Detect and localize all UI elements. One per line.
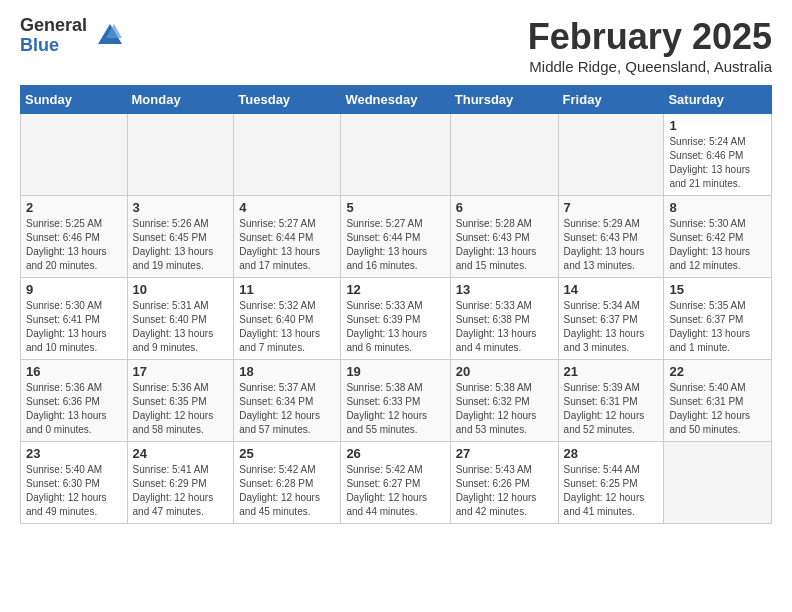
day-info: Sunrise: 5:40 AM Sunset: 6:31 PM Dayligh… (669, 381, 766, 437)
calendar-week-0: 1Sunrise: 5:24 AM Sunset: 6:46 PM Daylig… (21, 114, 772, 196)
calendar-cell: 6Sunrise: 5:28 AM Sunset: 6:43 PM Daylig… (450, 196, 558, 278)
calendar-cell: 27Sunrise: 5:43 AM Sunset: 6:26 PM Dayli… (450, 442, 558, 524)
calendar-cell: 14Sunrise: 5:34 AM Sunset: 6:37 PM Dayli… (558, 278, 664, 360)
calendar-cell: 16Sunrise: 5:36 AM Sunset: 6:36 PM Dayli… (21, 360, 128, 442)
logo-icon (90, 16, 122, 48)
day-number: 24 (133, 446, 229, 461)
calendar-cell: 15Sunrise: 5:35 AM Sunset: 6:37 PM Dayli… (664, 278, 772, 360)
calendar-cell: 7Sunrise: 5:29 AM Sunset: 6:43 PM Daylig… (558, 196, 664, 278)
calendar-cell: 28Sunrise: 5:44 AM Sunset: 6:25 PM Dayli… (558, 442, 664, 524)
logo-text-block: General Blue (20, 16, 122, 56)
calendar-week-4: 23Sunrise: 5:40 AM Sunset: 6:30 PM Dayli… (21, 442, 772, 524)
calendar-cell (341, 114, 450, 196)
calendar-week-1: 2Sunrise: 5:25 AM Sunset: 6:46 PM Daylig… (21, 196, 772, 278)
day-number: 17 (133, 364, 229, 379)
day-info: Sunrise: 5:33 AM Sunset: 6:38 PM Dayligh… (456, 299, 553, 355)
day-info: Sunrise: 5:35 AM Sunset: 6:37 PM Dayligh… (669, 299, 766, 355)
calendar-cell: 23Sunrise: 5:40 AM Sunset: 6:30 PM Dayli… (21, 442, 128, 524)
page-container: General Blue February 2025 Middle Ridge,… (0, 0, 792, 540)
day-info: Sunrise: 5:26 AM Sunset: 6:45 PM Dayligh… (133, 217, 229, 273)
col-header-wednesday: Wednesday (341, 86, 450, 114)
calendar-week-3: 16Sunrise: 5:36 AM Sunset: 6:36 PM Dayli… (21, 360, 772, 442)
day-info: Sunrise: 5:39 AM Sunset: 6:31 PM Dayligh… (564, 381, 659, 437)
day-number: 1 (669, 118, 766, 133)
day-number: 28 (564, 446, 659, 461)
day-number: 6 (456, 200, 553, 215)
day-info: Sunrise: 5:42 AM Sunset: 6:28 PM Dayligh… (239, 463, 335, 519)
calendar-cell: 25Sunrise: 5:42 AM Sunset: 6:28 PM Dayli… (234, 442, 341, 524)
day-info: Sunrise: 5:41 AM Sunset: 6:29 PM Dayligh… (133, 463, 229, 519)
title-block: February 2025 Middle Ridge, Queensland, … (528, 16, 772, 75)
day-number: 23 (26, 446, 122, 461)
logo-general: General (20, 15, 87, 35)
day-number: 16 (26, 364, 122, 379)
calendar-cell: 17Sunrise: 5:36 AM Sunset: 6:35 PM Dayli… (127, 360, 234, 442)
calendar-cell: 20Sunrise: 5:38 AM Sunset: 6:32 PM Dayli… (450, 360, 558, 442)
day-number: 2 (26, 200, 122, 215)
location: Middle Ridge, Queensland, Australia (528, 58, 772, 75)
day-info: Sunrise: 5:27 AM Sunset: 6:44 PM Dayligh… (239, 217, 335, 273)
day-info: Sunrise: 5:38 AM Sunset: 6:32 PM Dayligh… (456, 381, 553, 437)
day-info: Sunrise: 5:28 AM Sunset: 6:43 PM Dayligh… (456, 217, 553, 273)
logo: General Blue (20, 16, 122, 56)
calendar-cell: 5Sunrise: 5:27 AM Sunset: 6:44 PM Daylig… (341, 196, 450, 278)
day-number: 3 (133, 200, 229, 215)
day-number: 7 (564, 200, 659, 215)
calendar-cell: 19Sunrise: 5:38 AM Sunset: 6:33 PM Dayli… (341, 360, 450, 442)
calendar-cell: 1Sunrise: 5:24 AM Sunset: 6:46 PM Daylig… (664, 114, 772, 196)
day-info: Sunrise: 5:40 AM Sunset: 6:30 PM Dayligh… (26, 463, 122, 519)
day-info: Sunrise: 5:34 AM Sunset: 6:37 PM Dayligh… (564, 299, 659, 355)
month-title: February 2025 (528, 16, 772, 58)
calendar-cell: 3Sunrise: 5:26 AM Sunset: 6:45 PM Daylig… (127, 196, 234, 278)
calendar-cell (127, 114, 234, 196)
day-number: 21 (564, 364, 659, 379)
day-number: 5 (346, 200, 444, 215)
logo-blue: Blue (20, 35, 59, 55)
day-info: Sunrise: 5:44 AM Sunset: 6:25 PM Dayligh… (564, 463, 659, 519)
calendar-cell (21, 114, 128, 196)
calendar-cell: 26Sunrise: 5:42 AM Sunset: 6:27 PM Dayli… (341, 442, 450, 524)
calendar-cell: 24Sunrise: 5:41 AM Sunset: 6:29 PM Dayli… (127, 442, 234, 524)
day-number: 19 (346, 364, 444, 379)
calendar-week-2: 9Sunrise: 5:30 AM Sunset: 6:41 PM Daylig… (21, 278, 772, 360)
calendar-cell: 9Sunrise: 5:30 AM Sunset: 6:41 PM Daylig… (21, 278, 128, 360)
day-info: Sunrise: 5:31 AM Sunset: 6:40 PM Dayligh… (133, 299, 229, 355)
day-info: Sunrise: 5:30 AM Sunset: 6:42 PM Dayligh… (669, 217, 766, 273)
day-info: Sunrise: 5:33 AM Sunset: 6:39 PM Dayligh… (346, 299, 444, 355)
header: General Blue February 2025 Middle Ridge,… (20, 16, 772, 75)
calendar-cell: 13Sunrise: 5:33 AM Sunset: 6:38 PM Dayli… (450, 278, 558, 360)
col-header-saturday: Saturday (664, 86, 772, 114)
calendar-cell (558, 114, 664, 196)
day-info: Sunrise: 5:43 AM Sunset: 6:26 PM Dayligh… (456, 463, 553, 519)
day-info: Sunrise: 5:27 AM Sunset: 6:44 PM Dayligh… (346, 217, 444, 273)
col-header-monday: Monday (127, 86, 234, 114)
calendar-cell (664, 442, 772, 524)
day-info: Sunrise: 5:38 AM Sunset: 6:33 PM Dayligh… (346, 381, 444, 437)
day-info: Sunrise: 5:24 AM Sunset: 6:46 PM Dayligh… (669, 135, 766, 191)
day-number: 8 (669, 200, 766, 215)
col-header-thursday: Thursday (450, 86, 558, 114)
col-header-friday: Friday (558, 86, 664, 114)
day-number: 11 (239, 282, 335, 297)
col-header-tuesday: Tuesday (234, 86, 341, 114)
day-number: 22 (669, 364, 766, 379)
calendar-cell: 18Sunrise: 5:37 AM Sunset: 6:34 PM Dayli… (234, 360, 341, 442)
calendar-cell: 8Sunrise: 5:30 AM Sunset: 6:42 PM Daylig… (664, 196, 772, 278)
calendar-cell: 21Sunrise: 5:39 AM Sunset: 6:31 PM Dayli… (558, 360, 664, 442)
day-number: 10 (133, 282, 229, 297)
day-number: 27 (456, 446, 553, 461)
day-number: 26 (346, 446, 444, 461)
day-info: Sunrise: 5:30 AM Sunset: 6:41 PM Dayligh… (26, 299, 122, 355)
day-number: 12 (346, 282, 444, 297)
day-info: Sunrise: 5:36 AM Sunset: 6:35 PM Dayligh… (133, 381, 229, 437)
day-number: 4 (239, 200, 335, 215)
calendar-table: SundayMondayTuesdayWednesdayThursdayFrid… (20, 85, 772, 524)
calendar-cell: 10Sunrise: 5:31 AM Sunset: 6:40 PM Dayli… (127, 278, 234, 360)
day-info: Sunrise: 5:42 AM Sunset: 6:27 PM Dayligh… (346, 463, 444, 519)
day-info: Sunrise: 5:36 AM Sunset: 6:36 PM Dayligh… (26, 381, 122, 437)
calendar-cell: 2Sunrise: 5:25 AM Sunset: 6:46 PM Daylig… (21, 196, 128, 278)
day-info: Sunrise: 5:29 AM Sunset: 6:43 PM Dayligh… (564, 217, 659, 273)
day-info: Sunrise: 5:25 AM Sunset: 6:46 PM Dayligh… (26, 217, 122, 273)
calendar-cell: 12Sunrise: 5:33 AM Sunset: 6:39 PM Dayli… (341, 278, 450, 360)
day-number: 15 (669, 282, 766, 297)
